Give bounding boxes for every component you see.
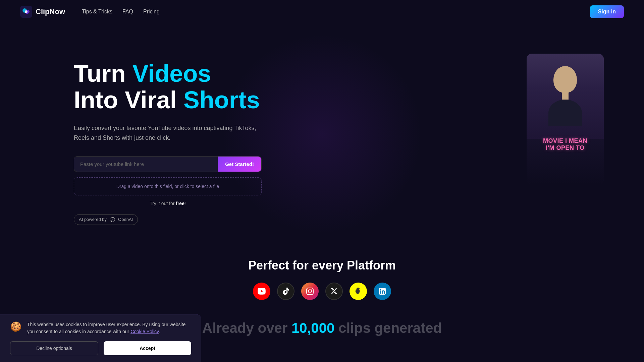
nav-item-faq[interactable]: FAQ xyxy=(122,9,133,15)
cookie-policy-link[interactable]: Cookie Policy xyxy=(130,329,159,334)
cookie-content: 🍪 This website uses cookies to improve u… xyxy=(10,321,191,335)
hero-section: Turn Videos Into Viral Shorts Easily con… xyxy=(0,23,644,245)
accept-button[interactable]: Accept xyxy=(104,341,191,355)
title-into-viral: Into Viral xyxy=(74,86,183,113)
title-turn: Turn xyxy=(74,60,132,87)
video-preview-inner: MOVIE I MEAN I'M OPEN TO xyxy=(527,54,604,184)
logo-link[interactable]: ClipNow xyxy=(20,6,65,18)
hero-title-line2: Into Viral Shorts xyxy=(74,87,268,113)
x-icon xyxy=(331,288,337,295)
platform-x[interactable] xyxy=(325,283,343,300)
title-videos: Videos xyxy=(132,60,211,87)
free-prefix: Try it out for xyxy=(150,201,176,206)
decline-button[interactable]: Decline optionals xyxy=(10,341,98,355)
stats-suffix: clips generated xyxy=(334,320,442,336)
drag-drop-label: Drag a video onto this field, or click t… xyxy=(116,184,219,189)
neck xyxy=(562,91,569,100)
video-preview: MOVIE I MEAN I'M OPEN TO xyxy=(527,54,604,184)
get-started-button[interactable]: Get Started! xyxy=(218,157,261,172)
platform-tiktok[interactable] xyxy=(277,283,294,300)
openai-brand: OpenAI xyxy=(118,217,133,222)
platform-snapchat[interactable] xyxy=(350,283,367,300)
nav-item-pricing[interactable]: Pricing xyxy=(143,9,160,15)
stats-number: 10,000 xyxy=(291,320,334,336)
signin-button[interactable]: Sign in xyxy=(590,5,624,18)
nav-item-tips[interactable]: Tips & Tricks xyxy=(82,9,112,15)
platform-icons xyxy=(0,283,644,300)
cookie-text: This website uses cookies to improve use… xyxy=(27,321,191,335)
youtube-icon xyxy=(258,287,266,295)
free-word: free xyxy=(176,201,184,206)
hero-text-block: Turn Videos Into Viral Shorts Easily con… xyxy=(74,50,268,225)
title-shorts: Shorts xyxy=(183,86,260,113)
snapchat-icon xyxy=(355,288,362,295)
youtube-url-input[interactable] xyxy=(74,157,218,172)
hero-subtitle: Easily convert your favorite YouTube vid… xyxy=(74,123,268,143)
url-form: Get Started! xyxy=(74,156,262,172)
openai-badge: AI powered by OpenAI xyxy=(74,214,138,225)
caption-line1: MOVIE I MEAN xyxy=(531,137,600,144)
logo-text: ClipNow xyxy=(36,7,65,16)
nav-link-tips[interactable]: Tips & Tricks xyxy=(82,9,112,14)
face-silhouette xyxy=(545,66,585,126)
nav-link-pricing[interactable]: Pricing xyxy=(143,9,160,14)
nav-left: ClipNow Tips & Tricks FAQ Pricing xyxy=(20,6,160,18)
linkedin-icon xyxy=(379,288,386,295)
cookie-message: This website uses cookies to improve use… xyxy=(27,322,185,334)
caption-line2: I'M OPEN TO xyxy=(531,144,600,152)
cookie-message-end: . xyxy=(159,329,160,334)
platform-instagram[interactable] xyxy=(301,283,319,300)
cookie-icon: 🍪 xyxy=(10,321,22,332)
openai-swirl-icon xyxy=(109,217,115,223)
logo-icon xyxy=(20,6,32,18)
platform-linkedin[interactable] xyxy=(374,283,391,300)
tiktok-icon xyxy=(282,288,289,295)
cookie-banner: 🍪 This website uses cookies to improve u… xyxy=(0,314,201,362)
video-face xyxy=(527,54,604,139)
openai-label: AI powered by xyxy=(79,217,107,222)
nav-link-faq[interactable]: FAQ xyxy=(122,9,133,14)
cookie-buttons: Decline optionals Accept xyxy=(10,341,191,355)
free-suffix: ! xyxy=(184,201,186,206)
platforms-title: Perfect for every Platform xyxy=(0,258,644,273)
hero-title-line1: Turn Videos xyxy=(74,60,268,87)
free-trial-text: Try it out for free! xyxy=(74,201,262,206)
navbar: ClipNow Tips & Tricks FAQ Pricing Sign i… xyxy=(0,0,644,23)
hero-title: Turn Videos Into Viral Shorts xyxy=(74,60,268,113)
platforms-section: Perfect for every Platform xyxy=(0,245,644,310)
svg-point-1 xyxy=(25,10,28,13)
platform-youtube[interactable] xyxy=(253,283,270,300)
nav-links: Tips & Tricks FAQ Pricing xyxy=(82,9,160,15)
video-caption: MOVIE I MEAN I'M OPEN TO xyxy=(527,135,604,154)
instagram-icon xyxy=(306,288,314,295)
stats-prefix: Already over xyxy=(202,320,291,336)
drag-drop-area[interactable]: Drag a video onto this field, or click t… xyxy=(74,177,262,195)
